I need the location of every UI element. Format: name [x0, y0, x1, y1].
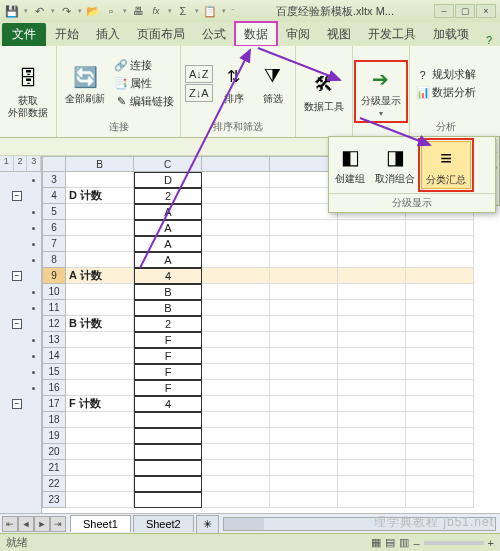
- cell[interactable]: [202, 268, 270, 284]
- save-icon[interactable]: 💾: [4, 3, 20, 19]
- row-header[interactable]: 23: [42, 492, 66, 508]
- cell[interactable]: [338, 332, 406, 348]
- cell[interactable]: [406, 428, 474, 444]
- cell[interactable]: [202, 492, 270, 508]
- cell[interactable]: [202, 316, 270, 332]
- cell[interactable]: [270, 332, 338, 348]
- row-header[interactable]: 21: [42, 460, 66, 476]
- cell[interactable]: [406, 268, 474, 284]
- cell[interactable]: [270, 412, 338, 428]
- tab-data[interactable]: 数据: [235, 22, 277, 46]
- outline-row[interactable]: [0, 236, 41, 252]
- cell[interactable]: F 计数: [66, 396, 134, 412]
- close-button[interactable]: ×: [476, 4, 496, 18]
- outline-level-1[interactable]: 1: [0, 156, 14, 171]
- cell[interactable]: B: [134, 300, 202, 316]
- outline-row[interactable]: [0, 172, 41, 188]
- cell[interactable]: [406, 364, 474, 380]
- get-external-data-button[interactable]: 🗄获取 外部数据: [4, 63, 52, 121]
- cell[interactable]: [270, 236, 338, 252]
- cell[interactable]: [406, 236, 474, 252]
- paste-icon[interactable]: 📋: [202, 3, 218, 19]
- help-icon[interactable]: ?: [480, 34, 498, 46]
- row-header[interactable]: 8: [42, 252, 66, 268]
- cell[interactable]: [406, 220, 474, 236]
- cell[interactable]: F: [134, 380, 202, 396]
- row-header[interactable]: 22: [42, 476, 66, 492]
- cell[interactable]: [134, 460, 202, 476]
- cell[interactable]: [406, 316, 474, 332]
- cell[interactable]: [270, 428, 338, 444]
- cell[interactable]: B 计数: [66, 316, 134, 332]
- properties-button[interactable]: 📑属性: [112, 75, 176, 92]
- new-sheet-button[interactable]: ✳: [196, 515, 219, 533]
- cell[interactable]: [66, 492, 134, 508]
- subtotal-button[interactable]: ≡分类汇总: [421, 141, 471, 189]
- outline-row[interactable]: [0, 476, 41, 492]
- redo-icon[interactable]: ↷: [58, 3, 74, 19]
- row-header[interactable]: 10: [42, 284, 66, 300]
- cell[interactable]: [270, 364, 338, 380]
- row-header[interactable]: 17: [42, 396, 66, 412]
- cell[interactable]: [202, 348, 270, 364]
- cell[interactable]: F: [134, 332, 202, 348]
- sort-desc-button[interactable]: Z↓A: [185, 84, 213, 102]
- cell[interactable]: [202, 284, 270, 300]
- cell[interactable]: [270, 268, 338, 284]
- data-tools-button[interactable]: 🛠数据工具: [300, 69, 348, 115]
- sheet-nav-last[interactable]: ⇥: [50, 516, 66, 532]
- qat-drop[interactable]: ▾: [49, 3, 56, 19]
- cell[interactable]: [270, 300, 338, 316]
- cell[interactable]: [66, 348, 134, 364]
- cell[interactable]: [134, 444, 202, 460]
- cell[interactable]: [202, 300, 270, 316]
- row-header[interactable]: 9: [42, 268, 66, 284]
- cell[interactable]: [270, 492, 338, 508]
- cell[interactable]: [66, 412, 134, 428]
- row-header[interactable]: 14: [42, 348, 66, 364]
- cell[interactable]: [406, 348, 474, 364]
- cell[interactable]: [338, 268, 406, 284]
- row-header[interactable]: 18: [42, 412, 66, 428]
- tab-pagelayout[interactable]: 页面布局: [129, 23, 193, 46]
- cell[interactable]: 2: [134, 188, 202, 204]
- cell[interactable]: [338, 220, 406, 236]
- cell[interactable]: [270, 444, 338, 460]
- row-header[interactable]: 7: [42, 236, 66, 252]
- tab-formulas[interactable]: 公式: [194, 23, 234, 46]
- cell[interactable]: [202, 188, 270, 204]
- cell[interactable]: F: [134, 364, 202, 380]
- row-header[interactable]: 20: [42, 444, 66, 460]
- cell[interactable]: [338, 428, 406, 444]
- sort-asc-button[interactable]: A↓Z: [185, 65, 213, 83]
- cell[interactable]: [338, 476, 406, 492]
- outline-row[interactable]: [0, 412, 41, 428]
- cell[interactable]: [406, 396, 474, 412]
- cell[interactable]: [338, 444, 406, 460]
- outline-row[interactable]: [0, 364, 41, 380]
- tab-view[interactable]: 视图: [319, 23, 359, 46]
- cell[interactable]: [338, 396, 406, 412]
- outline-row[interactable]: [0, 332, 41, 348]
- cell[interactable]: [338, 284, 406, 300]
- cell[interactable]: [338, 364, 406, 380]
- outline-row[interactable]: −: [0, 316, 41, 332]
- outline-row[interactable]: [0, 204, 41, 220]
- cell[interactable]: A: [134, 252, 202, 268]
- cell[interactable]: [202, 252, 270, 268]
- cell[interactable]: [202, 204, 270, 220]
- group-button[interactable]: ◧创建组: [331, 141, 369, 187]
- outline-level-2[interactable]: 2: [14, 156, 28, 171]
- cell[interactable]: 4: [134, 268, 202, 284]
- cell[interactable]: [66, 332, 134, 348]
- qat-customize[interactable]: ⁼: [229, 3, 236, 19]
- cell[interactable]: [338, 492, 406, 508]
- cell[interactable]: [66, 300, 134, 316]
- cell[interactable]: [338, 348, 406, 364]
- data-analysis-button[interactable]: 📊数据分析: [414, 84, 478, 101]
- row-header[interactable]: 3: [42, 172, 66, 188]
- cell[interactable]: [66, 364, 134, 380]
- cell[interactable]: [406, 412, 474, 428]
- qat-drop[interactable]: ▾: [193, 3, 200, 19]
- cell[interactable]: [270, 220, 338, 236]
